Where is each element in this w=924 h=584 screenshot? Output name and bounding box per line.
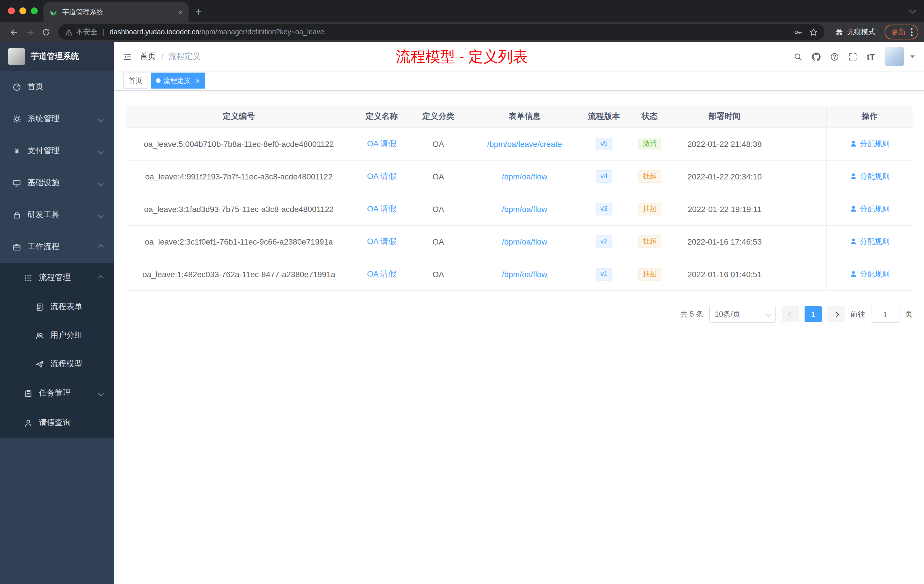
- breadcrumb-separator: /: [161, 52, 163, 61]
- column-header: 状态: [624, 106, 675, 128]
- form-icon: [35, 303, 45, 311]
- update-button[interactable]: 更新: [884, 25, 918, 40]
- not-secure-warning-icon: [65, 28, 73, 36]
- search-icon[interactable]: [794, 52, 802, 61]
- prev-page-button[interactable]: [782, 306, 799, 322]
- task-management-icon: [24, 389, 33, 398]
- forward-button[interactable]: [22, 24, 38, 40]
- font-size-icon[interactable]: tT: [867, 52, 875, 61]
- sidebar-item-label: 用户分组: [50, 330, 82, 341]
- definition-category: OA: [411, 128, 465, 160]
- tab-title: 芋道管理系统: [62, 7, 174, 17]
- page-size-select[interactable]: 10条/页: [709, 306, 776, 323]
- assign-rule-link[interactable]: 分配规则: [850, 269, 890, 279]
- form-info-link[interactable]: /bpm/oa/flow: [502, 172, 548, 181]
- page-size-value: 10条/页: [715, 309, 740, 319]
- chevron-down-icon: [98, 390, 104, 396]
- sidebar-item-label: 流程模型: [50, 359, 82, 369]
- definition-id: oa_leave:4:991f2193-7b7f-11ec-a3c8-acde4…: [126, 160, 352, 193]
- reload-button[interactable]: [38, 24, 54, 40]
- total-count: 共 5 条: [680, 309, 703, 319]
- definition-name-link[interactable]: OA 请假: [367, 204, 396, 213]
- sidebar: 芋道管理系统 首页系统管理¥支付管理基础设施研发工具工作流程流程管理流程表单用户…: [0, 42, 114, 584]
- tab-close-icon[interactable]: ×: [178, 7, 183, 16]
- page-number-button[interactable]: 1: [805, 306, 822, 322]
- sidebar-item-devtools[interactable]: 研发工具: [0, 199, 114, 231]
- view-tag[interactable]: 首页: [124, 73, 147, 89]
- assign-rule-link[interactable]: 分配规则: [850, 139, 890, 149]
- definition-name-link[interactable]: OA 请假: [367, 269, 396, 278]
- definition-name-link[interactable]: OA 请假: [367, 172, 396, 181]
- new-tab-button[interactable]: +: [195, 2, 202, 22]
- assign-rule-link[interactable]: 分配规则: [850, 172, 890, 182]
- status-badge: 挂起: [638, 203, 661, 215]
- fullscreen-icon[interactable]: [848, 52, 857, 61]
- sidebar-item-label: 系统管理: [27, 114, 59, 124]
- form-info-link[interactable]: /bpm/oa/flow: [502, 270, 548, 279]
- window-controls: [8, 7, 38, 14]
- kebab-menu-icon[interactable]: [910, 27, 914, 37]
- definition-name-link[interactable]: OA 请假: [367, 237, 396, 246]
- definition-name-link[interactable]: OA 请假: [367, 139, 396, 148]
- goto-suffix: 页: [905, 309, 912, 319]
- maximize-window-button[interactable]: [31, 7, 38, 14]
- browser-tab[interactable]: 芋道管理系统 ×: [43, 2, 188, 22]
- column-header: 定义编号: [126, 106, 352, 128]
- version-badge: v4: [596, 170, 612, 183]
- tags-view-bar: 首页流程定义×: [114, 71, 924, 91]
- column-header: 部署时间: [675, 106, 774, 128]
- back-button[interactable]: [6, 24, 22, 40]
- breadcrumb-home[interactable]: 首页: [140, 51, 156, 62]
- column-header: 定义分类: [411, 106, 465, 128]
- update-label: 更新: [891, 27, 906, 37]
- sidebar-item-process-model[interactable]: 流程模型: [0, 350, 114, 378]
- user-avatar[interactable]: [884, 47, 904, 66]
- goto-page-input[interactable]: [871, 306, 899, 323]
- assign-rule-link[interactable]: 分配规则: [850, 237, 890, 247]
- url-path: /bpm/manager/definition?key=oa_leave: [200, 28, 324, 36]
- sidebar-item-task-management[interactable]: 任务管理: [0, 378, 114, 408]
- tab-search-chevron-icon[interactable]: [910, 5, 915, 15]
- sidebar-item-workflow[interactable]: 工作流程: [0, 231, 114, 263]
- tag-close-icon[interactable]: ×: [195, 77, 200, 84]
- form-info-link[interactable]: /bpm/oa/flow: [502, 205, 548, 214]
- tag-label: 流程定义: [163, 76, 191, 86]
- minimize-window-button[interactable]: [20, 7, 26, 14]
- sidebar-item-infrastructure[interactable]: 基础设施: [0, 167, 114, 199]
- sidebar-logo[interactable]: 芋道管理系统: [0, 42, 114, 71]
- close-window-button[interactable]: [8, 7, 15, 14]
- sidebar-item-leave-query[interactable]: 请假查询: [0, 408, 114, 438]
- sidebar-item-system[interactable]: 系统管理: [0, 103, 114, 135]
- security-label: 不安全: [76, 27, 97, 37]
- incognito-label: 无痕模式: [847, 27, 875, 37]
- version-badge: v1: [596, 268, 612, 280]
- help-icon[interactable]: [830, 52, 839, 61]
- model-icon: [35, 360, 45, 368]
- avatar-caret-down-icon[interactable]: [910, 55, 915, 58]
- form-info-link[interactable]: /bpm/oa/leave/create: [487, 139, 562, 148]
- devtools-icon: [13, 211, 22, 219]
- sidebar-item-user-group[interactable]: 用户分组: [0, 321, 114, 350]
- deploy-time: 2022-01-22 19:19:11: [675, 193, 774, 226]
- infrastructure-icon: [13, 178, 22, 187]
- next-page-button[interactable]: [827, 306, 845, 322]
- sidebar-item-process-management[interactable]: 流程管理: [0, 263, 114, 292]
- incognito-icon: [835, 28, 843, 36]
- process-management-icon: [24, 274, 33, 282]
- sidebar-item-label: 流程表单: [50, 302, 82, 312]
- page-body: 定义编号定义名称定义分类表单信息流程版本状态部署时间操作 oa_leave:5:…: [114, 91, 924, 584]
- form-info-link[interactable]: /bpm/oa/flow: [502, 237, 548, 246]
- sidebar-item-label: 首页: [27, 82, 43, 92]
- view-tag[interactable]: 流程定义×: [151, 73, 205, 89]
- password-key-icon[interactable]: [794, 28, 802, 36]
- assign-rule-link[interactable]: 分配规则: [850, 204, 890, 214]
- github-icon[interactable]: [812, 52, 820, 61]
- sidebar-item-label: 工作流程: [27, 242, 59, 252]
- address-bar[interactable]: 不安全 | dashboard.yudao.iocoder.cn/bpm/man…: [58, 24, 825, 40]
- sidebar-item-payment[interactable]: ¥支付管理: [0, 135, 114, 167]
- sidebar-fold-icon[interactable]: [124, 52, 132, 61]
- version-badge: v3: [596, 203, 612, 215]
- sidebar-item-process-form[interactable]: 流程表单: [0, 292, 114, 321]
- sidebar-item-home[interactable]: 首页: [0, 71, 114, 103]
- bookmark-star-icon[interactable]: [809, 28, 818, 36]
